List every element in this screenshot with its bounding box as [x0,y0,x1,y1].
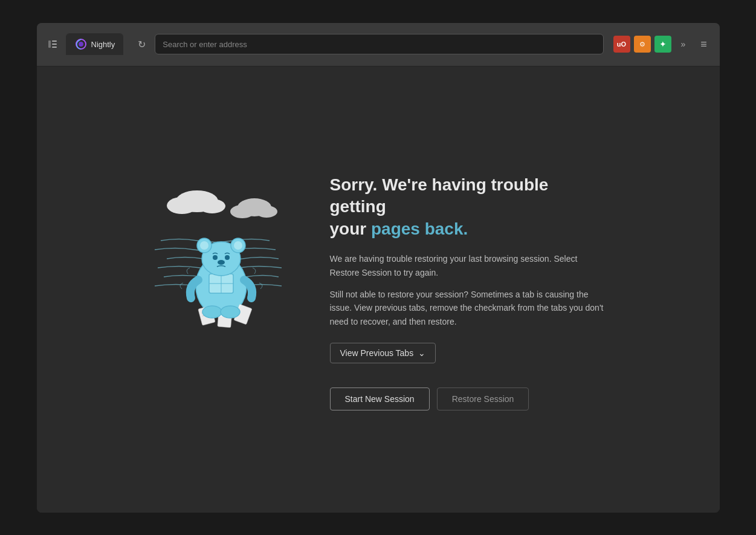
chevron-icon: » [681,39,686,49]
error-description-1: We are having trouble restoring your las… [330,252,608,279]
gear-icon: ⚙ [639,41,645,48]
tab-title: Nightly [91,40,115,49]
svg-rect-3 [52,47,57,48]
svg-point-20 [200,241,208,250]
svg-point-21 [234,241,242,250]
uo-extension-icon[interactable]: uO [613,36,630,53]
address-bar[interactable]: Search or enter address [155,34,603,54]
firefox-logo-icon [74,37,88,51]
svg-point-22 [213,255,218,260]
svg-point-11 [256,206,277,218]
svg-point-30 [202,306,222,318]
gear-extension-icon[interactable]: ⚙ [634,36,651,53]
dropdown-chevron-icon: ⌄ [418,348,425,358]
menu-button[interactable]: ≡ [696,36,712,53]
error-title: Sorry. We're having trouble getting your… [330,174,608,240]
error-text-area: Sorry. We're having trouble getting your… [330,168,608,410]
reload-button[interactable]: ↻ [133,36,150,53]
restore-session-label: Restore Session [452,394,514,404]
svg-point-10 [230,205,254,218]
start-new-session-button[interactable]: Start New Session [330,387,430,410]
svg-point-7 [167,197,197,214]
restore-session-button[interactable]: Restore Session [437,387,529,410]
shield-extension-icon[interactable]: ✦ [654,36,671,53]
titlebar: Nightly ↻ Search or enter address uO ⚙ ✦… [37,23,720,66]
shield-icon: ✦ [659,39,667,49]
error-title-highlight: pages back. [371,219,468,238]
svg-point-23 [225,255,230,260]
svg-point-31 [221,306,240,318]
browser-window: Nightly ↻ Search or enter address uO ⚙ ✦… [37,23,720,513]
action-buttons: Start New Session Restore Session [330,387,608,410]
start-new-session-label: Start New Session [345,394,415,404]
error-container: Sorry. We're having trouble getting your… [137,156,620,423]
error-title-line2-start: your [330,219,371,238]
active-tab[interactable]: Nightly [66,33,124,55]
tab-area: Nightly [66,33,124,55]
toolbar-icons: uO ⚙ ✦ » ≡ [613,36,712,53]
sidebar-toggle-button[interactable] [44,36,61,53]
error-title-line1: Sorry. We're having trouble getting [330,175,549,216]
view-tabs-label: View Previous Tabs [340,348,414,358]
more-extensions-button[interactable]: » [675,36,692,53]
error-illustration [149,168,294,337]
address-placeholder: Search or enter address [163,40,247,49]
address-bar-row: ↻ Search or enter address [133,34,603,54]
reload-icon: ↻ [138,39,146,50]
uo-icon-label: uO [617,41,626,48]
svg-rect-1 [52,41,57,42]
error-description-2: Still not able to restore your session? … [330,288,608,328]
view-previous-tabs-button[interactable]: View Previous Tabs ⌄ [330,343,436,363]
menu-icon: ≡ [700,38,707,51]
svg-point-24 [218,260,225,265]
svg-point-8 [199,199,225,213]
svg-rect-2 [52,44,57,45]
page-content: Sorry. We're having trouble getting your… [37,66,720,513]
svg-point-5 [79,42,83,47]
svg-rect-0 [48,41,51,48]
